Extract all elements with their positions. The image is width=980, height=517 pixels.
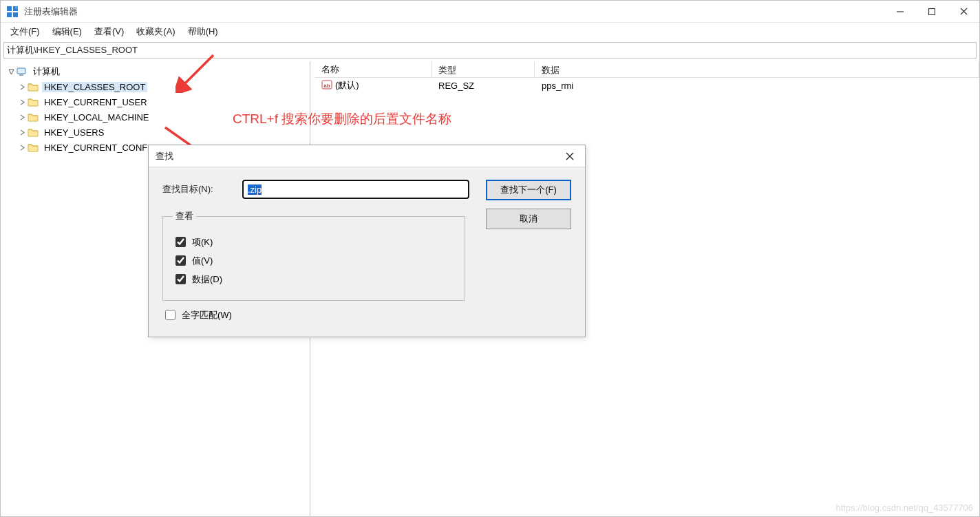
string-value-icon: ab — [321, 79, 332, 92]
opt-keys-checkbox[interactable] — [175, 237, 186, 247]
find-target-input[interactable] — [242, 180, 469, 199]
details-header: 名称 类型 数据 — [315, 61, 979, 78]
menu-edit[interactable]: 编辑(E) — [47, 24, 87, 39]
expand-toggle[interactable] — [17, 145, 27, 151]
tree-item-label: HKEY_CLASSES_ROOT — [42, 82, 147, 92]
find-dialog: 查找 查找目标(N): 查找下一个(F) 取消 查看 项(K) 值(V) — [148, 145, 586, 337]
tree-item-label: HKEY_LOCAL_MACHINE — [42, 112, 151, 123]
menu-favorites[interactable]: 收藏夹(A) — [131, 24, 180, 39]
svg-rect-3 — [13, 12, 18, 17]
find-titlebar[interactable]: 查找 — [149, 145, 585, 167]
col-name[interactable]: 名称 — [315, 61, 432, 77]
opt-data-checkbox[interactable] — [175, 274, 186, 284]
find-close-button[interactable] — [555, 145, 585, 167]
menu-file[interactable]: 文件(F) — [5, 24, 45, 39]
close-button[interactable] — [948, 1, 979, 23]
addressbar-path: 计算机\HKEY_CLASSES_ROOT — [7, 44, 138, 56]
folder-icon — [27, 81, 39, 92]
computer-icon — [16, 66, 28, 77]
opt-keys-row[interactable]: 项(K) — [173, 235, 455, 249]
svg-rect-6 — [17, 68, 25, 74]
opt-values-label: 值(V) — [192, 255, 213, 267]
find-title: 查找 — [149, 150, 555, 162]
opt-wholeword-label: 全字匹配(W) — [182, 309, 232, 321]
window-title: 注册表编辑器 — [24, 6, 78, 18]
svg-rect-0 — [7, 6, 12, 11]
opt-values-checkbox[interactable] — [175, 255, 186, 266]
app-icon — [6, 5, 20, 19]
addressbar[interactable]: 计算机\HKEY_CLASSES_ROOT — [3, 42, 977, 59]
svg-text:ab: ab — [323, 83, 330, 89]
minimize-button[interactable] — [884, 1, 916, 23]
menu-view[interactable]: 查看(V) — [89, 24, 129, 39]
svg-rect-5 — [929, 8, 935, 14]
svg-rect-2 — [7, 12, 12, 17]
tree-item-hkey_classes_root[interactable]: HKEY_CLASSES_ROOT — [12, 79, 310, 94]
lookat-group: 查看 项(K) 值(V) 数据(D) — [162, 210, 465, 301]
opt-values-row[interactable]: 值(V) — [173, 253, 455, 268]
tree-item-hkey_local_machine[interactable]: HKEY_LOCAL_MACHINE — [12, 109, 310, 125]
find-next-button[interactable]: 查找下一个(F) — [486, 180, 571, 200]
svg-point-4 — [15, 6, 18, 8]
cancel-button[interactable]: 取消 — [486, 209, 571, 229]
maximize-button[interactable] — [916, 1, 948, 23]
expand-toggle[interactable] — [17, 99, 27, 105]
col-data[interactable]: 数据 — [535, 61, 979, 77]
value-type: REG_SZ — [432, 81, 535, 91]
value-data: pps_rmi — [535, 81, 979, 91]
folder-icon — [27, 96, 39, 107]
opt-data-row[interactable]: 数据(D) — [173, 272, 455, 286]
col-type[interactable]: 类型 — [432, 61, 535, 77]
expand-toggle[interactable] — [17, 114, 27, 120]
tree-root[interactable]: 计算机 — [1, 64, 310, 79]
tree-item-label: HKEY_CURRENT_CONFIG — [42, 143, 159, 153]
folder-icon — [27, 112, 39, 123]
lookat-legend: 查看 — [173, 210, 196, 222]
tree-item-hkey_users[interactable]: HKEY_USERS — [12, 125, 310, 140]
titlebar: 注册表编辑器 — [1, 1, 979, 23]
tree-item-hkey_current_user[interactable]: HKEY_CURRENT_USER — [12, 94, 310, 109]
tree-root-label: 计算机 — [31, 65, 62, 78]
opt-wholeword-row[interactable]: 全字匹配(W) — [162, 308, 571, 322]
expand-toggle[interactable] — [6, 69, 16, 75]
expand-toggle[interactable] — [17, 129, 27, 136]
opt-keys-label: 项(K) — [192, 236, 213, 249]
opt-wholeword-checkbox[interactable] — [165, 310, 175, 320]
find-target-label: 查找目标(N): — [162, 183, 231, 196]
value-row[interactable]: ab(默认)REG_SZpps_rmi — [315, 78, 979, 93]
menu-help[interactable]: 帮助(H) — [182, 24, 224, 39]
folder-icon — [27, 127, 39, 138]
menubar: 文件(F) 编辑(E) 查看(V) 收藏夹(A) 帮助(H) — [1, 23, 979, 41]
tree-item-label: HKEY_CURRENT_USER — [42, 97, 149, 107]
tree-item-label: HKEY_USERS — [42, 127, 106, 138]
expand-toggle[interactable] — [17, 84, 27, 90]
svg-rect-7 — [19, 74, 23, 76]
folder-icon — [27, 142, 39, 153]
value-name: (默认) — [335, 79, 359, 92]
opt-data-label: 数据(D) — [192, 273, 222, 286]
